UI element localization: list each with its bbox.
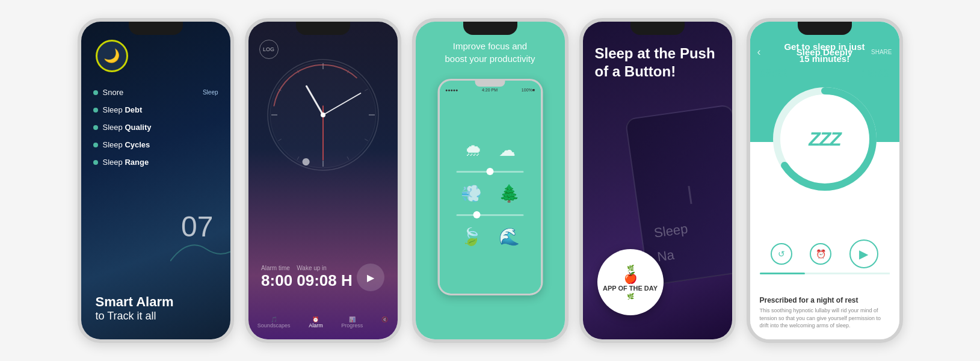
inner-phone: ●●●●● 4:20 PM 100%■ 🌧 ☁	[437, 79, 543, 295]
dot-sleep-quality	[93, 125, 98, 130]
sleep-heading: Get to sleep in just15 minutes!	[750, 41, 899, 66]
alarm-time-label: Alarm time	[261, 265, 292, 271]
focus-header: Improve focus and boost your productivit…	[416, 40, 565, 65]
bottom-tabs: 🎵 Soundscapes ⏰ Alarm 📊 Progress 🔇	[248, 316, 398, 329]
list-item-sleep-quality: Sleep Quality	[93, 123, 152, 132]
phone-4-screen: Sleep at the Push of a Button! Sleep Na …	[583, 22, 732, 339]
wake-label: Sleep	[203, 89, 218, 96]
desc-text: This soothing hypnotic lullaby will rid …	[760, 307, 890, 330]
phone-4-wrapper: Sleep at the Push of a Button! Sleep Na …	[579, 12, 736, 349]
phones-container: 🌙 Sleep Snore Sleep Debt Sleep Quality	[0, 0, 980, 361]
phone-3-wrapper: Improve focus and boost your productivit…	[412, 12, 569, 349]
desc-title: Prescribed for a night of rest	[760, 296, 890, 304]
sound-icons-row-2: 💨 🌲	[461, 184, 520, 203]
leaf-icon[interactable]: 🍃	[461, 227, 482, 247]
app-of-day-badge: 🌿 🍎 APP OF THE DAY 🌿	[597, 249, 664, 315]
sleep-metrics-list: Snore Sleep Debt Sleep Quality Sleep Cyc…	[93, 88, 152, 175]
slider-2[interactable]	[457, 214, 523, 216]
slider-1-dot	[487, 168, 494, 175]
laurel-left: 🌿	[627, 265, 634, 271]
slider-1[interactable]	[457, 171, 523, 173]
list-item-sleep-cycles: Sleep Cycles	[93, 140, 152, 149]
phone-2-screen: LOG	[248, 22, 398, 339]
phone-5-screen: Get to sleep in just15 minutes! ‹ Sleep …	[750, 22, 899, 339]
dot-sleep-range	[93, 160, 98, 165]
phone-5-wrapper: Get to sleep in just15 minutes! ‹ Sleep …	[747, 12, 903, 349]
app-of-day-text: APP OF THE DAY	[603, 285, 658, 292]
tab-soundscapes[interactable]: 🎵 Soundscapes	[257, 316, 291, 329]
phone-5: Get to sleep in just15 minutes! ‹ Sleep …	[747, 18, 903, 343]
waves-icon[interactable]: 🌊	[499, 227, 520, 247]
laurel-right: 🌿	[627, 293, 634, 300]
tab-mute[interactable]: 🔇	[381, 316, 388, 329]
list-item-snore: Snore	[93, 88, 152, 97]
phone-3-screen: Improve focus and boost your productivit…	[416, 22, 565, 339]
phone-4: Sleep at the Push of a Button! Sleep Na …	[579, 18, 736, 343]
phone-3: Improve focus and boost your productivit…	[412, 18, 569, 343]
sleep-app-icon: 🌙	[96, 40, 128, 72]
repeat-button[interactable]: ↺	[771, 243, 792, 265]
phone-2-wrapper: LOG	[245, 12, 401, 349]
wake-up-label: Wake up in	[297, 265, 353, 271]
list-item-sleep-range: Sleep Range	[93, 158, 152, 167]
time-display: 08:22 16:03	[750, 67, 899, 80]
trees-icon[interactable]: 🌲	[499, 184, 520, 203]
list-item-sleep-debt: Sleep Debt	[93, 105, 152, 114]
play-button[interactable]: ▶	[357, 264, 384, 291]
wind-icon[interactable]: 💨	[461, 184, 482, 203]
inner-notch	[475, 81, 505, 87]
time-right: 16:03	[861, 67, 889, 80]
push-button-heading: Sleep at the Push of a Button!	[595, 45, 720, 81]
svg-point-18	[321, 113, 325, 117]
phone-1: 🌙 Sleep Snore Sleep Debt Sleep Quality	[78, 18, 234, 343]
inner-statusbar: ●●●●● 4:20 PM 100%■	[439, 88, 541, 92]
alarm-time-block: Alarm time 8:00	[261, 265, 292, 290]
sound-icons-row-1: 🌧 ☁	[465, 140, 516, 160]
clock-face	[263, 55, 383, 175]
dot-snore	[93, 90, 98, 95]
wake-up-block: Wake up in 09:08 H	[297, 265, 353, 290]
smart-alarm-title: Smart Alarm	[96, 294, 174, 310]
play-pause-button[interactable]: ▶	[849, 239, 878, 268]
rain-icon[interactable]: 🌧	[465, 140, 482, 160]
phone-1-bottom-text: Smart Alarm to Track it all	[96, 294, 174, 322]
tab-alarm[interactable]: ⏰ Alarm	[309, 316, 323, 329]
progress-bar[interactable]	[760, 273, 890, 274]
phone-1-wrapper: 🌙 Sleep Snore Sleep Debt Sleep Quality	[78, 12, 234, 349]
time-left: 08:22	[760, 67, 787, 80]
phone-2: LOG	[245, 18, 401, 343]
description-block: Prescribed for a night of rest This soot…	[760, 296, 890, 330]
dot-sleep-cycles	[93, 143, 98, 147]
phone-1-screen: 🌙 Sleep Snore Sleep Debt Sleep Quality	[81, 22, 230, 339]
sleep-timer-circle: ZZZ	[771, 85, 879, 193]
wake-up-value: 09:08 H	[297, 271, 353, 290]
slider-2-dot	[473, 211, 480, 218]
inner-phone-screen: ●●●●● 4:20 PM 100%■ 🌧 ☁	[439, 81, 541, 294]
smart-alarm-subtitle: to Track it all	[96, 310, 174, 322]
player-controls: ↺ ⏰ ▶	[750, 239, 899, 268]
tab-progress[interactable]: 📊 Progress	[341, 316, 363, 329]
alarm-time-value: 8:00	[261, 271, 292, 290]
alarm-button[interactable]: ⏰	[810, 243, 831, 265]
sound-icons-row-3: 🍃 🌊	[461, 227, 520, 247]
alarm-info: Alarm time 8:00 Wake up in 09:08 H ▶	[248, 264, 398, 291]
sleep-chart	[170, 231, 230, 267]
dot-sleep-debt	[93, 108, 98, 113]
cloud-icon[interactable]: ☁	[499, 140, 516, 160]
zzz-icon: ZZZ	[809, 128, 840, 150]
progress-fill	[760, 273, 806, 274]
